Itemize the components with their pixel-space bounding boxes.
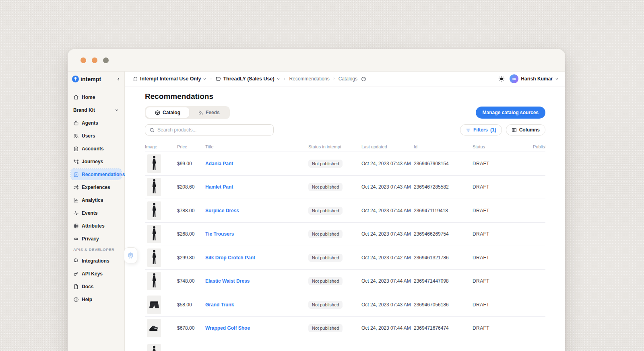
tab-catalog[interactable]: Catalog <box>146 107 189 118</box>
last-updated: Oct 24, 2023 07:44 AM <box>361 208 414 213</box>
search-box <box>145 124 274 135</box>
table-row: $748.00Elastic Waist DressNot publishedO… <box>145 270 545 294</box>
sidebar-item-label: Integrations <box>82 258 109 264</box>
project-switcher[interactable]: ThreadLY (Sales Use) <box>216 76 280 82</box>
project-name: ThreadLY (Sales Use) <box>223 76 274 82</box>
chevron-down-icon <box>203 77 206 81</box>
sidebar-item-journeys[interactable]: Journeys <box>71 156 121 167</box>
sidebar-item-events[interactable]: Events <box>71 207 121 218</box>
window-control-dot-3[interactable] <box>103 57 109 63</box>
status-badge: Not published <box>308 160 343 168</box>
chevron-right-icon <box>332 77 336 80</box>
sidebar-item-docs[interactable]: Docs <box>71 281 121 292</box>
theme-toggle-icon[interactable] <box>498 76 505 82</box>
product-price: $748.00 <box>177 278 205 284</box>
sidebar-collapse-button[interactable] <box>116 77 120 81</box>
product-title-link[interactable]: Elastic Waist Dress <box>205 278 250 284</box>
column-header-last-updated: Last updated <box>361 144 414 149</box>
status-badge: Not published <box>308 207 343 215</box>
column-header-title: Title <box>205 144 308 149</box>
product-id: 2369467908154 <box>414 161 473 166</box>
sidebar-item-brand-kit[interactable]: Brand Kit <box>71 105 121 115</box>
sidebar-item-label: Attributes <box>82 223 105 229</box>
window-control-dot-1[interactable] <box>80 57 86 63</box>
product-status: DRAFT <box>473 184 533 190</box>
filters-count: (1) <box>490 127 496 133</box>
product-id: 2369471119418 <box>414 208 473 213</box>
filters-button[interactable]: Filters (1) <box>460 124 502 135</box>
product-price: $58.00 <box>177 302 205 308</box>
product-price: $268.00 <box>177 231 205 237</box>
sidebar-item-api-keys[interactable]: API Keys <box>71 268 121 279</box>
sidebar-item-label: Recommendations <box>82 172 125 177</box>
product-thumbnail <box>147 225 161 243</box>
chevron-down-icon <box>555 77 559 81</box>
experiences-icon <box>73 185 79 190</box>
sidebar-item-help[interactable]: Help <box>71 294 121 305</box>
sidebar-item-accounts[interactable]: Accounts <box>71 143 121 154</box>
product-title-link[interactable]: Tie Trousers <box>205 231 234 237</box>
breadcrumb-recommendations[interactable]: Recommendations <box>289 76 330 82</box>
help-icon <box>73 297 79 302</box>
intempt-logo[interactable]: intempt <box>72 76 101 82</box>
help-circle-icon[interactable] <box>361 76 366 82</box>
sidebar-item-home[interactable]: Home <box>71 92 121 103</box>
sidebar-item-label: Events <box>82 210 97 216</box>
product-price: $678.00 <box>177 325 205 331</box>
product-id: 2369466269754 <box>414 231 473 237</box>
sidebar-item-users[interactable]: Users <box>71 130 121 141</box>
product-thumbnail <box>147 296 161 314</box>
sidebar-item-agents[interactable]: Agents <box>71 117 121 128</box>
user-menu[interactable]: HK Harish Kumar <box>510 74 559 83</box>
table-row: $678.00Wrapped Golf ShoeNot publishedOct… <box>145 317 545 341</box>
product-price: $299.80 <box>177 255 205 261</box>
last-updated: Oct 24, 2023 07:43 AM <box>361 302 414 308</box>
integrations-icon <box>73 258 79 264</box>
window-control-dot-2[interactable] <box>92 57 97 63</box>
product-title-link[interactable]: Silk Drop Crotch Pant <box>205 255 255 261</box>
column-header-status-in-intempt: Status in intempt <box>308 144 361 149</box>
sidebar-item-attributes[interactable]: Attributes <box>71 220 121 231</box>
sidebar-item-privacy[interactable]: Privacy <box>71 233 121 244</box>
product-status: DRAFT <box>473 278 533 284</box>
product-thumbnail <box>147 201 161 220</box>
breadcrumb-catalogs[interactable]: Catalogs <box>339 76 357 82</box>
chevron-down-icon <box>115 108 119 112</box>
manage-catalog-sources-button[interactable]: Manage catalog sources <box>476 107 545 119</box>
status-badge: Not published <box>308 324 343 332</box>
products-table: ImagePriceTitleStatus in intemptLast upd… <box>145 142 545 351</box>
product-price: $208.60 <box>177 184 205 190</box>
privacy-icon <box>73 236 79 242</box>
recommendations-icon <box>73 172 79 177</box>
product-title-link[interactable]: Surplice Dress <box>205 208 239 213</box>
table-row: $208.60Hamlet PantNot publishedOct 24, 2… <box>145 176 545 199</box>
last-updated: Oct 24, 2023 07:43 AM <box>361 231 414 237</box>
home-icon <box>73 94 79 100</box>
search-input[interactable] <box>157 127 269 133</box>
product-title-link[interactable]: Adania Pant <box>205 161 233 166</box>
product-id: 2369471676474 <box>414 325 473 331</box>
product-title-link[interactable]: Hamlet Pant <box>205 184 233 190</box>
org-switcher[interactable]: Intempt Internal Use Only <box>133 76 206 82</box>
product-status: DRAFT <box>473 302 533 308</box>
product-id: 2369461321786 <box>414 255 473 261</box>
tab-feeds[interactable]: Feeds <box>189 107 229 118</box>
sidebar-item-experiences[interactable]: Experiences <box>71 182 121 193</box>
accounts-icon <box>73 146 79 152</box>
search-icon <box>149 127 155 133</box>
org-name: Intempt Internal Use Only <box>140 76 201 82</box>
last-updated: Oct 24, 2023 07:42 AM <box>361 255 414 261</box>
product-title-link[interactable]: Wrapped Golf Shoe <box>205 325 250 331</box>
ai-assistant-button[interactable] <box>124 247 137 263</box>
status-badge: Not published <box>308 230 343 238</box>
last-updated: Oct 24, 2023 07:44 AM <box>361 325 414 331</box>
status-badge: Not published <box>308 277 343 285</box>
product-id: 2369467056186 <box>414 302 473 308</box>
sidebar-item-label: API Keys <box>82 271 103 277</box>
sidebar-item-analytics[interactable]: Analytics <box>71 195 121 205</box>
sidebar-item-recommendations[interactable]: Recommendations <box>71 169 121 180</box>
column-header-price: Price <box>177 144 205 149</box>
product-title-link[interactable]: Grand Trunk <box>205 302 234 308</box>
columns-button[interactable]: Columns <box>506 124 545 135</box>
sidebar-item-integrations[interactable]: Integrations <box>71 255 121 266</box>
